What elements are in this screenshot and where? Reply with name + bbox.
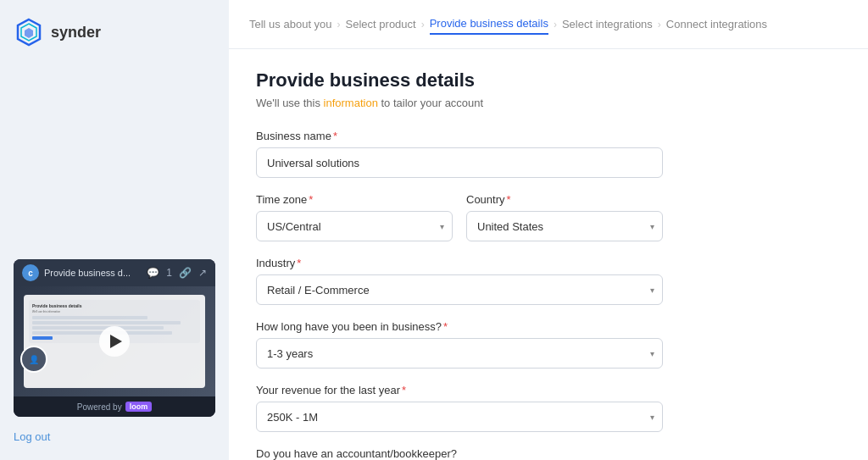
sidebar: synder c Provide business d... 💬 1 🔗 ↗ P… <box>0 0 229 460</box>
subtitle-suffix: to tailor your account <box>378 97 483 109</box>
page-subtitle: We'll use this information to tailor you… <box>256 97 841 109</box>
industry-required: * <box>297 257 301 269</box>
business-duration-group: How long have you been in business?* 1-3… <box>256 320 841 369</box>
logo-area: synder <box>14 17 215 47</box>
step-connect-integrations[interactable]: Connect integrations <box>666 14 767 34</box>
duration-required: * <box>443 320 448 333</box>
main-content: Tell us about you › Select product › Pro… <box>229 0 868 460</box>
powered-by-text: Powered by <box>77 402 122 412</box>
video-title: Provide business d... <box>44 268 142 278</box>
video-thumbnail: Provide business details We'll use this … <box>14 286 215 396</box>
logout-link[interactable]: Log out <box>14 430 215 443</box>
powered-by-loom: Powered by loom <box>77 402 152 412</box>
timezone-group: Time zone* US/Central US/Eastern US/Paci… <box>256 193 453 241</box>
required-star: * <box>333 130 337 142</box>
business-duration-select[interactable]: 1-3 years Less than 1 year 3-5 years 5+ … <box>256 338 663 369</box>
step-sep-4: › <box>658 19 661 30</box>
chat-icon[interactable]: 💬 <box>147 267 159 279</box>
industry-label: Industry* <box>256 257 841 269</box>
revenue-required: * <box>402 384 406 396</box>
app-name: synder <box>51 24 101 42</box>
svg-marker-2 <box>25 28 33 38</box>
country-select-wrapper: United States Canada United Kingdom ▾ <box>466 211 663 241</box>
country-select[interactable]: United States Canada United Kingdom <box>466 211 663 241</box>
industry-group: Industry* Retail / E-Commerce Technology… <box>256 257 841 305</box>
business-duration-select-wrapper: 1-3 years Less than 1 year 3-5 years 5+ … <box>256 338 663 369</box>
step-sep-2: › <box>421 19 425 30</box>
industry-select[interactable]: Retail / E-Commerce Technology Finance <box>256 274 663 305</box>
step-sep-3: › <box>554 19 557 30</box>
play-triangle-icon <box>110 335 122 348</box>
video-avatar: c <box>22 264 39 281</box>
loom-brand: loom <box>125 402 153 412</box>
revenue-label: Your revenue for the last year* <box>256 384 841 396</box>
video-preview: c Provide business d... 💬 1 🔗 ↗ Provide … <box>14 259 215 417</box>
subtitle-highlight: information <box>324 97 378 109</box>
business-name-input[interactable] <box>256 147 663 178</box>
revenue-select-wrapper: 250K - 1M 0 - 50K 50K - 250K 1M+ ▾ <box>256 402 663 432</box>
industry-select-wrapper: Retail / E-Commerce Technology Finance ▾ <box>256 274 663 305</box>
subtitle-prefix: We'll use this <box>256 97 324 109</box>
country-label: Country* <box>466 193 663 206</box>
step-select-product[interactable]: Select product <box>346 14 416 34</box>
country-required: * <box>507 193 511 206</box>
video-bottom-bar: Powered by loom <box>14 396 215 417</box>
form-area: Provide business details We'll use this … <box>229 49 868 460</box>
video-user-avatar: 👤 <box>20 346 47 373</box>
revenue-select[interactable]: 250K - 1M 0 - 50K 50K - 250K 1M+ <box>256 402 663 432</box>
business-name-group: Business name* <box>256 130 841 178</box>
timezone-select-wrapper: US/Central US/Eastern US/Pacific ▾ <box>256 211 453 241</box>
step-sep-1: › <box>337 19 341 30</box>
accountant-label: Do you have an accountant/bookkeeper? <box>256 447 841 460</box>
timezone-label: Time zone* <box>256 193 453 206</box>
country-group: Country* United States Canada United Kin… <box>466 193 663 241</box>
video-icons: 💬 1 🔗 ↗ <box>147 267 207 279</box>
timezone-country-row: Time zone* US/Central US/Eastern US/Paci… <box>256 193 841 257</box>
synder-logo-icon <box>14 17 44 47</box>
step-tell-us[interactable]: Tell us about you <box>249 14 332 34</box>
steps-nav: Tell us about you › Select product › Pro… <box>229 0 868 49</box>
play-button[interactable] <box>99 326 130 357</box>
step-select-integrations[interactable]: Select integrations <box>562 14 653 34</box>
page-title: Provide business details <box>256 69 841 91</box>
step-provide-details[interactable]: Provide business details <box>430 14 548 35</box>
business-name-label: Business name* <box>256 130 841 142</box>
timezone-required: * <box>309 193 313 206</box>
timezone-select[interactable]: US/Central US/Eastern US/Pacific <box>256 211 453 241</box>
video-top-bar: c Provide business d... 💬 1 🔗 ↗ <box>14 259 215 286</box>
link-icon[interactable]: 🔗 <box>179 267 192 279</box>
external-link-icon[interactable]: ↗ <box>198 267 207 279</box>
accountant-group: Do you have an accountant/bookkeeper? Ye… <box>256 447 841 460</box>
comment-count: 1 <box>166 267 172 279</box>
revenue-group: Your revenue for the last year* 250K - 1… <box>256 384 841 432</box>
business-duration-label: How long have you been in business?* <box>256 320 841 333</box>
